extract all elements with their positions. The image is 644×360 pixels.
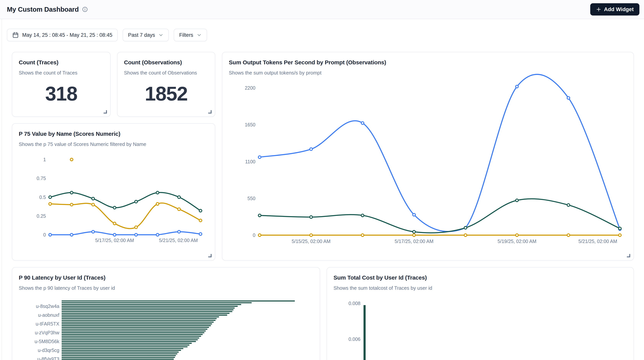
bar[interactable]: [62, 330, 206, 331]
bar[interactable]: [62, 325, 211, 326]
bar[interactable]: [62, 359, 174, 360]
data-point[interactable]: [413, 234, 415, 236]
bar[interactable]: [62, 323, 212, 324]
data-point[interactable]: [567, 204, 570, 206]
data-point[interactable]: [567, 97, 570, 99]
widget-title: Count (Traces): [19, 59, 104, 66]
bar[interactable]: [62, 300, 295, 302]
data-point[interactable]: [113, 233, 116, 236]
data-point[interactable]: [199, 209, 202, 212]
bar[interactable]: [62, 306, 238, 307]
data-point[interactable]: [70, 203, 73, 206]
bar[interactable]: [62, 313, 230, 314]
bar[interactable]: [62, 346, 188, 347]
widget-p90-bar-chart: P 90 Latency by User Id (Traces) Shows t…: [12, 267, 320, 360]
bar[interactable]: [62, 344, 190, 346]
bar[interactable]: [62, 307, 234, 309]
resize-handle-icon[interactable]: [207, 253, 212, 258]
data-point[interactable]: [113, 222, 116, 225]
data-point[interactable]: [618, 234, 621, 236]
data-point[interactable]: [413, 231, 415, 233]
bar[interactable]: [62, 336, 201, 337]
bar[interactable]: [62, 341, 196, 342]
bar[interactable]: [62, 309, 234, 310]
axis-tick-label: u-aobnuxf: [38, 312, 59, 318]
resize-handle-icon[interactable]: [626, 253, 631, 258]
data-point[interactable]: [310, 148, 312, 151]
cost-bar-chart[interactable]: 0.0080.006: [327, 267, 634, 360]
data-point[interactable]: [516, 85, 518, 88]
data-point[interactable]: [310, 216, 312, 218]
date-range-button[interactable]: May 14, 25 : 08:45 - May 21, 25 : 08:45: [7, 29, 118, 41]
page-header: My Custom Dashboard Add Widget: [0, 0, 644, 19]
bar[interactable]: [364, 305, 366, 360]
tokens-line-chart[interactable]: 05501100165022005/15/25, 02:00 AM5/17/25…: [222, 52, 634, 261]
data-point[interactable]: [135, 200, 137, 203]
data-point[interactable]: [464, 226, 467, 229]
filters-button[interactable]: Filters: [174, 29, 207, 41]
data-point[interactable]: [70, 233, 73, 236]
bar[interactable]: [62, 328, 208, 330]
data-point[interactable]: [49, 233, 52, 236]
bar[interactable]: [62, 357, 175, 358]
data-point[interactable]: [516, 199, 518, 202]
bar[interactable]: [62, 351, 179, 353]
axis-tick-label: 2200: [245, 85, 256, 91]
data-point[interactable]: [361, 234, 364, 236]
bar[interactable]: [62, 327, 209, 328]
data-point[interactable]: [199, 219, 202, 222]
bar[interactable]: [62, 304, 241, 305]
bar[interactable]: [62, 339, 198, 340]
p90-bar-chart[interactable]: u-8sq2w4au-aobnuxfu-tFAR5TXu-zVqP3hwu-5M…: [12, 267, 320, 360]
bar[interactable]: [62, 343, 192, 344]
data-point[interactable]: [135, 233, 137, 236]
bar[interactable]: [62, 316, 219, 317]
bar[interactable]: [62, 350, 181, 351]
data-point[interactable]: [49, 203, 52, 205]
bar[interactable]: [62, 311, 232, 312]
bar[interactable]: [62, 320, 216, 321]
resize-handle-icon[interactable]: [207, 109, 212, 114]
data-point[interactable]: [258, 214, 261, 217]
data-point[interactable]: [258, 156, 261, 159]
data-point[interactable]: [464, 234, 467, 236]
data-point[interactable]: [413, 213, 415, 216]
bar[interactable]: [62, 321, 214, 323]
data-point[interactable]: [135, 226, 137, 229]
data-point[interactable]: [361, 214, 364, 217]
data-point[interactable]: [178, 196, 180, 199]
date-preset-button[interactable]: Past 7 days: [123, 29, 169, 41]
data-point[interactable]: [70, 158, 73, 161]
data-point[interactable]: [113, 206, 116, 209]
bar[interactable]: [62, 315, 227, 316]
bar[interactable]: [62, 348, 183, 349]
data-point[interactable]: [156, 191, 159, 194]
data-point[interactable]: [516, 234, 518, 236]
data-point[interactable]: [567, 234, 570, 236]
data-point[interactable]: [258, 234, 261, 236]
data-point[interactable]: [92, 230, 94, 233]
data-point[interactable]: [310, 234, 312, 236]
data-point[interactable]: [199, 233, 202, 235]
bar[interactable]: [62, 353, 177, 354]
info-icon[interactable]: [82, 7, 88, 12]
bar[interactable]: [62, 337, 199, 338]
bar[interactable]: [62, 318, 217, 319]
bar[interactable]: [62, 355, 176, 356]
data-point[interactable]: [178, 208, 180, 210]
data-point[interactable]: [92, 197, 94, 200]
data-point[interactable]: [92, 203, 94, 206]
bar[interactable]: [62, 332, 204, 333]
data-point[interactable]: [49, 196, 52, 199]
data-point[interactable]: [156, 233, 159, 236]
data-point[interactable]: [618, 227, 621, 230]
add-widget-button[interactable]: Add Widget: [590, 3, 640, 16]
bar[interactable]: [62, 334, 202, 335]
data-point[interactable]: [70, 191, 73, 194]
data-point[interactable]: [156, 203, 159, 205]
data-point[interactable]: [361, 122, 364, 125]
data-point[interactable]: [178, 230, 180, 233]
p75-line-chart[interactable]: 00.250.50.7515/17/25, 02:00 AM5/21/25, 0…: [12, 124, 216, 261]
bar[interactable]: [62, 302, 252, 303]
resize-handle-icon[interactable]: [102, 109, 108, 114]
